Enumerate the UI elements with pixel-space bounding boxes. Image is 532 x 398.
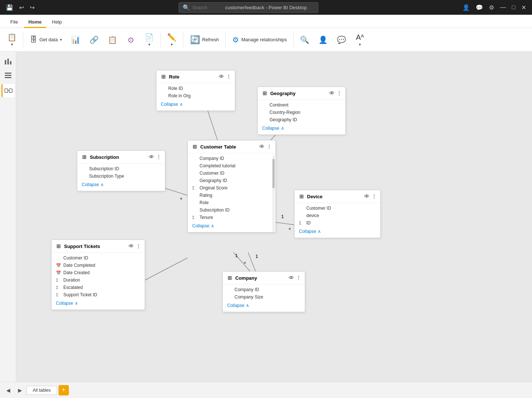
company-table-body: Company ID Company Size Collapse ∧ — [223, 284, 305, 312]
company-table-header: ⊞ Company 👁 ⋮ — [223, 272, 305, 284]
transform-button[interactable]: ✏️ ▾ — [163, 31, 181, 48]
table-row: Geography ID — [258, 116, 345, 123]
menu-file[interactable]: File — [6, 17, 22, 28]
close-icon[interactable]: ✕ — [520, 3, 528, 13]
sigma-icon: Σ — [56, 293, 61, 297]
customer-table-body: Company ID Completed tutorial Customer I… — [188, 153, 275, 232]
maximize-icon[interactable]: □ — [510, 3, 517, 12]
app-title: customerfeedback - Power BI Desktop — [225, 5, 307, 10]
prev-page-button[interactable]: ◀ — [3, 385, 13, 395]
table-row: 📅Date Created — [52, 269, 145, 276]
manage-relationships-button[interactable]: ⚙ Manage relationships — [228, 33, 291, 46]
next-icon: ▶ — [18, 387, 22, 393]
find-user-button[interactable]: 🔍 — [296, 34, 314, 46]
device-collapse[interactable]: Collapse ∧ — [295, 227, 380, 236]
search-icon: 🔍 — [183, 4, 190, 11]
table-row: ΣID — [295, 219, 380, 227]
company-collapse[interactable]: Collapse ∧ — [223, 301, 305, 310]
menu-help[interactable]: Help — [47, 17, 66, 28]
sql-button[interactable]: 🔗 — [85, 34, 103, 46]
sub-visibility-icon[interactable]: 👁 — [149, 154, 154, 160]
table-row: Country-Region — [258, 109, 345, 116]
device-more-icon[interactable]: ⋮ — [371, 193, 377, 199]
sub-collapse[interactable]: Collapse ∧ — [77, 180, 165, 189]
support-table-icon: ⊞ — [55, 243, 62, 249]
recent-sources-button[interactable]: 📄 ▾ — [141, 31, 158, 48]
get-data-button[interactable]: 🗄 Get data ▾ — [25, 33, 66, 46]
manage-rel-label: Manage relationships — [241, 37, 287, 42]
table-row: Rating — [188, 192, 275, 199]
table-row: ΣEscalated — [52, 284, 145, 291]
add-user-button[interactable]: 👤 — [314, 34, 332, 46]
support-table-title: Support Tickets — [64, 244, 100, 249]
table-row: Company ID — [223, 286, 305, 293]
geo-visibility-icon[interactable]: 👁 — [329, 90, 334, 96]
support-table-header: ⊞ Support Tickets 👁 ⋮ — [52, 240, 145, 253]
geography-table-title: Geography — [270, 91, 296, 96]
role-visibility-icon[interactable]: 👁 — [219, 74, 224, 80]
account-icon[interactable]: 👤 — [461, 3, 471, 13]
excel-icon: 📊 — [71, 35, 80, 44]
support-more-icon[interactable]: ⋮ — [136, 243, 141, 249]
add-tab-button[interactable]: + — [59, 385, 69, 395]
dataverse-button[interactable]: ⊙ — [122, 34, 140, 46]
customer-table-icon: ⊞ — [191, 143, 198, 150]
ribbon-sep-3 — [183, 32, 183, 47]
sigma-icon: Σ — [56, 285, 61, 290]
table-row: Role ID — [156, 85, 235, 92]
ribbon-sep-1 — [23, 32, 23, 47]
svg-text:1: 1 — [281, 214, 284, 219]
svg-rect-6 — [5, 89, 8, 92]
role-more-icon[interactable]: ⋮ — [226, 74, 231, 80]
enter-data-button[interactable]: 📋 — [104, 34, 121, 46]
table-row: Completed tutorial — [188, 162, 275, 170]
save-icon[interactable]: 💾 — [4, 3, 15, 13]
company-visibility-icon[interactable]: 👁 — [289, 275, 294, 281]
text-size-button[interactable]: Aᴬ ▾ — [351, 31, 369, 48]
role-collapse[interactable]: Collapse ∧ — [156, 100, 235, 109]
feedback-icon[interactable]: 💬 — [474, 3, 485, 13]
table-row: Role — [188, 199, 275, 206]
undo-icon[interactable]: ↩ — [18, 3, 25, 13]
table-row: ΣDuration — [52, 276, 145, 284]
comment-icon: 💬 — [337, 35, 346, 44]
company-more-icon[interactable]: ⋮ — [296, 275, 301, 281]
excel-button[interactable]: 📊 — [67, 34, 85, 46]
customer-collapse[interactable]: Collapse ∧ — [188, 221, 275, 231]
svg-text:*: * — [180, 197, 182, 203]
all-tables-tab[interactable]: All tables — [27, 386, 57, 395]
refresh-button[interactable]: 🔄 Refresh — [186, 33, 223, 47]
customer-visibility-icon[interactable]: 👁 — [259, 144, 264, 150]
sub-table-title: Subscription — [90, 154, 119, 160]
sidebar-report[interactable] — [1, 55, 15, 68]
device-visibility-icon[interactable]: 👁 — [364, 193, 369, 199]
ribbon-sep-4 — [225, 32, 226, 47]
ribbon-sep-2 — [161, 32, 161, 47]
minimize-icon[interactable]: — — [498, 3, 507, 12]
menubar: File Home Help — [0, 15, 532, 28]
table-row: ΣTenure — [188, 214, 275, 221]
sidebar-data[interactable] — [1, 69, 15, 83]
text-size-icon: Aᴬ — [356, 33, 364, 42]
table-row: Company Size — [223, 293, 305, 301]
table-row: Continent — [258, 101, 345, 109]
svg-text:1: 1 — [235, 253, 238, 258]
sigma-icon: Σ — [192, 215, 197, 220]
enter-data-icon: 📋 — [108, 35, 117, 44]
comment-button[interactable]: 💬 — [333, 34, 350, 46]
sub-more-icon[interactable]: ⋮ — [156, 154, 161, 160]
paste-button[interactable]: 📋 ▾ — [3, 31, 21, 48]
geography-table-body: Continent Country-Region Geography ID Co… — [258, 100, 345, 135]
table-row: Customer ID — [295, 205, 380, 212]
role-table: ⊞ Role 👁 ⋮ Role ID Role in Org Collapse … — [156, 70, 235, 111]
next-page-button[interactable]: ▶ — [15, 385, 25, 395]
menu-home[interactable]: Home — [24, 17, 46, 28]
support-visibility-icon[interactable]: 👁 — [128, 243, 134, 249]
settings-icon[interactable]: ⚙ — [487, 3, 496, 13]
sidebar-model[interactable] — [1, 84, 15, 97]
customer-more-icon[interactable]: ⋮ — [267, 144, 272, 150]
geo-collapse[interactable]: Collapse ∧ — [258, 123, 345, 133]
geo-more-icon[interactable]: ⋮ — [337, 90, 342, 96]
support-collapse[interactable]: Collapse ∧ — [52, 298, 145, 308]
redo-icon[interactable]: ↪ — [28, 3, 36, 13]
